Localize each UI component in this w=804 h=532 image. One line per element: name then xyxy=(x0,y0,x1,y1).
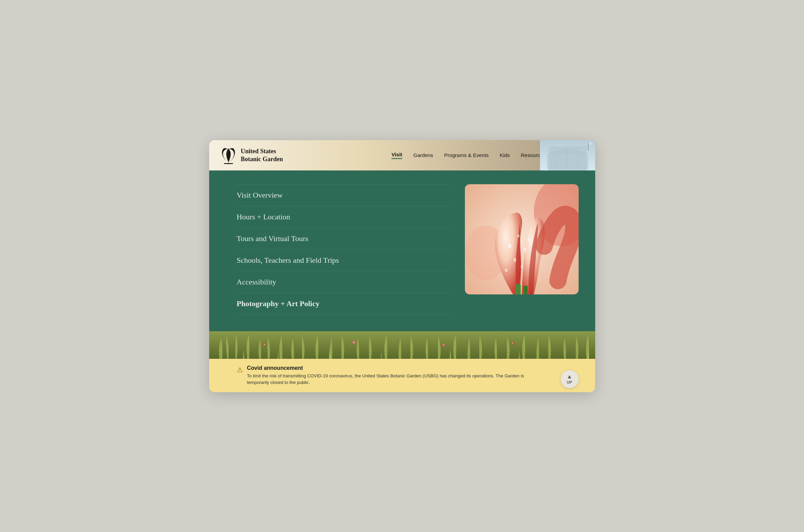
svg-point-14 xyxy=(508,244,511,249)
covid-banner: ⚠ Covid announcement To limit the risk o… xyxy=(209,359,595,392)
svg-point-25 xyxy=(353,342,355,343)
svg-rect-13 xyxy=(523,286,528,294)
svg-point-28 xyxy=(511,341,514,345)
covid-title: Covid announcement xyxy=(247,365,530,371)
svg-point-24 xyxy=(352,341,356,344)
nav-item-visit[interactable]: Visit xyxy=(391,152,402,159)
dropdown-panel: Visit Overview Hours + Location Tours an… xyxy=(209,170,595,331)
menu-item-schools-trips[interactable]: Schools, Teachers and Field Trips xyxy=(237,250,451,271)
nav-item-gardens[interactable]: Gardens xyxy=(413,152,433,158)
header: United States Botanic Garden Visit Garde… xyxy=(209,140,595,170)
svg-rect-3 xyxy=(547,154,588,169)
menu-item-tours-virtual[interactable]: Tours and Virtual Tours xyxy=(237,228,451,250)
svg-point-29 xyxy=(512,342,513,344)
menu-item-visit-overview[interactable]: Visit Overview xyxy=(237,184,451,206)
logo[interactable]: United States Botanic Garden xyxy=(220,146,283,164)
tulip-image xyxy=(465,184,579,294)
warning-icon: ⚠ xyxy=(237,366,243,374)
covid-body: To limit the risk of transmitting COVID-… xyxy=(247,373,530,386)
svg-rect-12 xyxy=(516,284,521,294)
scroll-up-button[interactable]: ▲ UP xyxy=(561,370,579,388)
visit-menu: Visit Overview Hours + Location Tours an… xyxy=(237,181,451,315)
logo-icon xyxy=(220,146,237,164)
nav-item-programs-events[interactable]: Programs & Events xyxy=(444,152,489,158)
svg-rect-21 xyxy=(209,331,595,359)
svg-rect-8 xyxy=(588,142,592,145)
svg-point-17 xyxy=(524,248,527,252)
svg-point-22 xyxy=(263,343,266,346)
svg-point-15 xyxy=(513,258,516,262)
nav-item-kids[interactable]: Kids xyxy=(500,152,510,158)
menu-item-photography-policy[interactable]: Photography + Art Policy xyxy=(237,293,451,315)
logo-text: United States Botanic Garden xyxy=(241,147,283,163)
svg-point-20 xyxy=(528,238,530,241)
svg-point-19 xyxy=(505,269,508,272)
up-label: UP xyxy=(567,380,572,384)
svg-point-16 xyxy=(517,234,519,238)
svg-point-26 xyxy=(442,344,445,346)
menu-item-hours-location[interactable]: Hours + Location xyxy=(237,206,451,228)
garden-strip xyxy=(209,331,595,359)
browser-window: United States Botanic Garden Visit Garde… xyxy=(209,140,595,392)
svg-point-23 xyxy=(264,344,265,345)
svg-point-27 xyxy=(443,344,444,346)
covid-text: Covid announcement To limit the risk of … xyxy=(247,365,530,386)
menu-item-accessibility[interactable]: Accessibility xyxy=(237,271,451,293)
up-arrow-icon: ▲ xyxy=(567,374,572,379)
svg-point-18 xyxy=(521,265,523,268)
greenhouse-image xyxy=(540,140,595,170)
logo-line1: United States xyxy=(241,147,283,155)
logo-line2: Botanic Garden xyxy=(241,155,283,163)
bottom-area: ⚠ Covid announcement To limit the risk o… xyxy=(209,331,595,392)
